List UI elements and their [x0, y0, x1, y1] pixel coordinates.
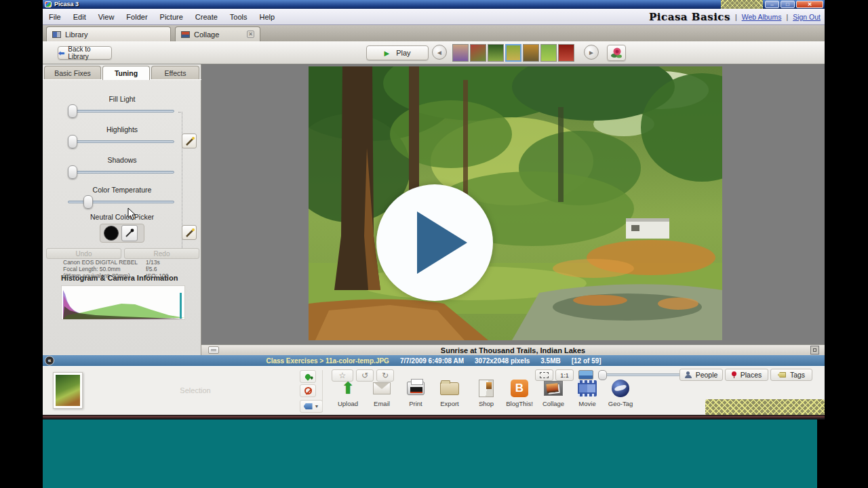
histogram-toggle-icon[interactable] [810, 346, 819, 354]
separator: | [735, 13, 737, 21]
magic-wand-icon [184, 136, 196, 148]
play-icon [417, 211, 467, 274]
neutral-color-swatch[interactable] [104, 226, 119, 241]
next-photo-button[interactable]: ► [584, 45, 599, 60]
collapse-tray-button[interactable]: « [45, 356, 54, 365]
shop-button[interactable]: Shop [471, 378, 502, 407]
color-temperature-slider[interactable] [68, 201, 174, 203]
redo-button[interactable]: Redo [124, 248, 199, 259]
close-button[interactable]: ✕ [796, 1, 823, 8]
web-albums-link[interactable]: Web Albums [742, 13, 782, 21]
status-bar: « Class Exercises > 11a-color-temp.JPG 7… [43, 355, 825, 366]
menu-picture[interactable]: Picture [154, 11, 189, 23]
movie-label: Movie [572, 400, 603, 407]
minimize-button[interactable]: – [765, 1, 779, 8]
titlebar-censored-patch [721, 0, 763, 9]
upload-button[interactable]: ⬆ Upload [332, 378, 363, 407]
selected-photo-thumbnail [56, 375, 80, 406]
rose-icon [610, 47, 623, 59]
color-temperature-handle[interactable] [83, 195, 93, 209]
shadows-handle[interactable] [68, 165, 77, 179]
top-toolbar: ⬅ Back to Library ▶ Play ◄ ► [43, 41, 825, 64]
back-to-library-button[interactable]: ⬅ Back to Library [58, 46, 112, 60]
tags-button[interactable]: Tags [770, 369, 812, 381]
bottom-tray: Selection ▼ ☆ ↺ ↻ ⬆ Upload Email [43, 366, 825, 415]
zoom-slider-handle[interactable] [598, 370, 607, 380]
photo-canvas[interactable] [309, 66, 722, 340]
tab-tuning[interactable]: Tuning [102, 66, 150, 80]
collage-button[interactable]: Collage [538, 378, 569, 407]
fit-frame-icon [540, 372, 549, 378]
back-arrow-icon: ⬅ [58, 49, 64, 58]
menu-create[interactable]: Create [189, 11, 224, 23]
picasa-window: Picasa 3 – □ ✕ File Edit View Folder Pic… [43, 0, 825, 420]
filmstrip-thumbnail[interactable] [523, 44, 539, 62]
hold-selection-button[interactable] [300, 370, 316, 383]
window-bottom-edge [43, 415, 825, 420]
filmstrip-thumbnail[interactable] [452, 44, 469, 62]
export-folder-icon [440, 382, 459, 395]
menu-view[interactable]: View [92, 11, 121, 23]
menu-folder[interactable]: Folder [120, 11, 153, 23]
histogram-chart [61, 285, 185, 320]
print-button[interactable]: Print [400, 378, 431, 407]
undo-button[interactable]: Undo [46, 248, 121, 259]
email-button[interactable]: Email [366, 378, 397, 407]
filmstrip-thumbnail[interactable] [540, 44, 557, 62]
back-to-library-label: Back to Library [68, 45, 111, 60]
auto-color-button[interactable] [182, 225, 197, 240]
previous-photo-button[interactable]: ◄ [432, 45, 447, 60]
menu-edit[interactable]: Edit [67, 11, 92, 23]
highlights-handle[interactable] [68, 135, 77, 148]
filmstrip-thumbnail[interactable] [470, 44, 486, 62]
tab-close-icon[interactable]: ✕ [247, 30, 254, 38]
photo-filesize: 3.5MB [540, 357, 560, 365]
menu-help[interactable]: Help [254, 11, 281, 23]
filmstrip-thumbnail-selected[interactable] [505, 44, 521, 62]
people-label: People [696, 371, 718, 379]
play-slideshow-button[interactable]: ▶ Play [366, 45, 429, 60]
map-pin-icon [732, 371, 736, 378]
zoom-slider[interactable] [599, 373, 684, 376]
selected-photo-card[interactable] [53, 372, 83, 409]
clear-selection-button[interactable] [300, 384, 316, 397]
zoom-actual-size-button[interactable]: 1:1 [555, 369, 574, 381]
export-button[interactable]: Export [434, 378, 465, 407]
tab-collage[interactable]: Collage ✕ [175, 26, 260, 41]
sign-out-link[interactable]: Sign Out [793, 13, 821, 21]
shadows-slider[interactable] [68, 171, 174, 174]
filmstrip-thumbnail[interactable] [488, 44, 504, 62]
rose-decoration-button[interactable] [607, 45, 626, 61]
picasa-app-icon [45, 1, 52, 7]
blogthis-button[interactable]: B BlogThis! [504, 378, 535, 407]
clear-icon [304, 387, 312, 394]
maximize-button[interactable]: □ [781, 1, 795, 8]
tray-censored-patch [705, 399, 825, 415]
geotag-button[interactable]: Geo-Tag [605, 378, 636, 407]
filmstrip-thumbnail[interactable] [558, 44, 574, 62]
menu-tools[interactable]: Tools [224, 11, 254, 23]
account-area: Picasa Basics | Web Albums | Sign Out [649, 9, 821, 25]
geotag-label: Geo-Tag [605, 400, 636, 407]
photo-path: Class Exercises > 11a-color-temp.JPG [266, 357, 389, 365]
photo-viewport [201, 64, 825, 344]
tab-effects[interactable]: Effects [151, 66, 199, 80]
add-label-button[interactable]: ▼ [300, 400, 323, 413]
people-button[interactable]: People [679, 369, 723, 381]
film-strip-icon [578, 380, 597, 396]
movie-button[interactable]: Movie [572, 378, 603, 407]
fill-light-slider[interactable] [68, 110, 174, 113]
eyedropper-button[interactable] [121, 225, 138, 241]
separator: | [786, 13, 788, 21]
tab-basic-fixes[interactable]: Basic Fixes [44, 66, 101, 80]
menu-file[interactable]: File [43, 11, 67, 23]
video-play-overlay[interactable] [376, 184, 493, 301]
places-button[interactable]: Places [725, 369, 768, 381]
zoom-fit-button[interactable] [535, 369, 553, 381]
auto-tuning-button[interactable] [182, 134, 197, 148]
library-icon [52, 31, 61, 38]
places-label: Places [741, 371, 762, 379]
tab-library[interactable]: Library [46, 26, 171, 41]
highlights-slider[interactable] [68, 140, 174, 143]
fill-light-handle[interactable] [68, 104, 77, 118]
